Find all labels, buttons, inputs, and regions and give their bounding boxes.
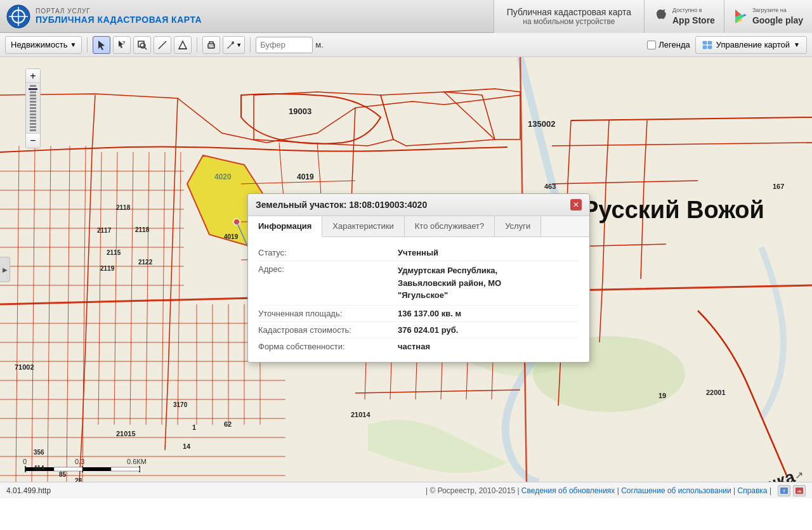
legend-checkbox[interactable] (647, 41, 656, 49)
social-icon-2: vk (795, 487, 804, 494)
googleplay-label: Загрузите на Google play (752, 6, 803, 27)
svg-rect-78 (54, 467, 82, 471)
address-value: Удмуртская Республика,Завьяловский район… (398, 264, 501, 302)
zoom-tick (30, 123, 36, 125)
svg-rect-15 (703, 41, 707, 44)
googleplay-button[interactable]: Загрузите на Google play (724, 0, 812, 33)
ruler-icon (157, 40, 167, 50)
layers-icon (702, 41, 712, 49)
zoom-tick (30, 104, 36, 106)
map-control-button[interactable]: Управление картой ▼ (695, 36, 807, 54)
zoom-tick (30, 117, 36, 119)
buffer-input[interactable] (256, 37, 313, 53)
print-button[interactable] (202, 36, 220, 54)
svg-rect-17 (703, 46, 707, 49)
tools-dropdown-arrow: ▼ (236, 42, 242, 48)
scale-label-03: 0.3 (75, 458, 84, 465)
toolbar-separator-2 (197, 37, 197, 53)
status-value: Учтенный (398, 248, 438, 257)
print-icon (206, 40, 216, 50)
area-label: Уточненная площадь: (258, 309, 398, 318)
measure-length-button[interactable] (154, 36, 171, 54)
toolbar-right: Легенда Управление картой ▼ (647, 36, 807, 54)
sidebar-toggle[interactable]: ▶ (0, 257, 10, 282)
info-row-address: Адрес: Удмуртская Республика,Завьяловски… (258, 261, 579, 306)
info-row-status: Статус: Учтенный (258, 245, 579, 261)
question-tool-button[interactable]: ? (113, 36, 131, 54)
tab-services[interactable]: Услуги (495, 216, 541, 236)
ownership-label: Форма собственности: (258, 342, 398, 351)
cursor-icon (96, 40, 107, 50)
select-tool-button[interactable] (93, 36, 110, 54)
svg-rect-13 (209, 46, 213, 48)
header-right: Публичная кадастровая карта на мобильном… (494, 0, 812, 33)
tab-information[interactable]: Информация (248, 216, 322, 237)
zoom-out-button[interactable]: − (26, 134, 40, 148)
footer-icons: f vk (778, 485, 806, 496)
cadastral-value-value: 376 024.01 руб. (398, 325, 458, 335)
area-value: 136 137.00 кв. м (398, 309, 461, 318)
area-icon (178, 40, 188, 50)
header: ПОРТАЛ УСЛУГ ПУБЛИЧНАЯ КАДАСТРОВАЯ КАРТА… (0, 0, 812, 33)
info-cursor-icon: ? (117, 40, 127, 50)
ownership-value: частная (398, 342, 430, 351)
help-link[interactable]: Справка (737, 486, 767, 495)
site-title: ПУБЛИЧНАЯ КАДАСТРОВАЯ КАРТА (36, 15, 202, 25)
tab-characteristics[interactable]: Характеристики (322, 216, 404, 236)
info-popup: Земельный участок: 18:08:019003:4020 ✕ И… (247, 193, 590, 363)
footer-icon-1: f (778, 485, 790, 496)
agreement-link[interactable]: Соглашение об использовании (621, 486, 731, 495)
toolbar-separator-1 (87, 37, 88, 53)
footer: 4.01.499.http | © Росреестр, 2010-2015 |… (0, 482, 812, 498)
info-popup-close-button[interactable]: ✕ (570, 199, 582, 210)
buffer-unit-label: м. (315, 40, 324, 49)
zoom-slider (26, 83, 40, 134)
address-label: Адрес: (258, 264, 398, 274)
sidebar-arrow-icon: ▶ (3, 266, 8, 273)
social-icon-1: f (780, 487, 789, 494)
zoom-tick (30, 107, 36, 109)
header-text: ПОРТАЛ УСЛУГ ПУБЛИЧНАЯ КАДАСТРОВАЯ КАРТА (36, 8, 202, 25)
zoom-in-button[interactable]: + (26, 69, 40, 83)
footer-url: 4.01.499.http (6, 486, 51, 495)
map-container[interactable]: ↗ 19003 135002 4020 4019 4019 2118 2118 … (0, 57, 812, 482)
zoom-tick (30, 101, 36, 103)
portal-label: ПОРТАЛ УСЛУГ (36, 8, 202, 15)
updates-link[interactable]: Сведения об обновлениях (521, 486, 615, 495)
info-row-area: Уточненная площадь: 136 137.00 кв. м (258, 306, 579, 322)
footer-icon-2: vk (793, 485, 806, 496)
zoom-tick (30, 110, 36, 112)
svg-line-8 (162, 44, 163, 46)
status-label: Статус: (258, 248, 398, 257)
mobile-promo: Публичная кадастровая карта на мобильном… (494, 0, 644, 33)
wrench-icon (226, 40, 236, 50)
mobile-promo-line1: Публичная кадастровая карта (507, 7, 631, 17)
header-logo: ПОРТАЛ УСЛУГ ПУБЛИЧНАЯ КАДАСТРОВАЯ КАРТА (6, 4, 202, 29)
zoom-tick (30, 129, 36, 131)
googleplay-icon (733, 9, 749, 24)
legend-button[interactable]: Легенда (647, 40, 690, 49)
mobile-promo-line2: на мобильном устройстве (523, 17, 615, 26)
zoom-tick (30, 126, 36, 128)
svg-text:↗: ↗ (795, 470, 803, 481)
tab-who-services[interactable]: Кто обслуживает? (405, 216, 495, 236)
measure-area-button[interactable] (174, 36, 192, 54)
info-row-ownership: Форма собственности: частная (258, 339, 579, 354)
svg-line-5 (145, 48, 147, 49)
info-row-cadastral-value: Кадастровая стоимость: 376 024.01 руб. (258, 322, 579, 339)
appstore-button[interactable]: Доступно в App Store (644, 0, 724, 33)
svg-rect-77 (25, 467, 54, 471)
zoom-area-icon (137, 40, 147, 50)
info-popup-title: Земельный участок: 18:08:019003:4020 (256, 200, 427, 210)
zoom-area-button[interactable] (133, 36, 151, 54)
dropdown-arrow-icon: ▼ (70, 41, 76, 48)
zoom-tick (30, 113, 36, 115)
property-type-dropdown[interactable]: Недвижимость ▼ (5, 36, 82, 54)
scale-label-06km: 0.6КМ (127, 458, 147, 465)
svg-rect-79 (82, 467, 111, 471)
tools-button[interactable]: ▼ (223, 36, 245, 54)
map-control-label: Управление картой (716, 40, 790, 49)
svg-line-7 (160, 46, 161, 48)
svg-text:vk: vk (797, 489, 802, 493)
property-type-label: Недвижимость (11, 40, 67, 49)
